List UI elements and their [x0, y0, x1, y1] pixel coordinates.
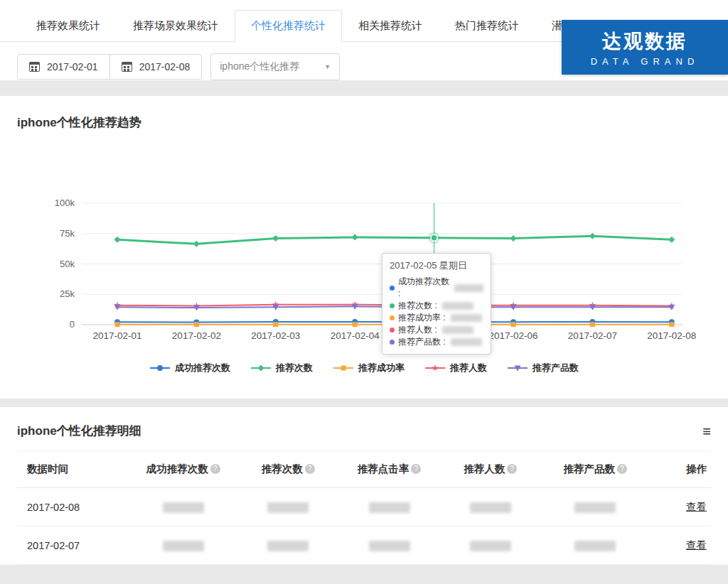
help-icon[interactable]: ? [507, 464, 517, 474]
start-date-value: 2017-02-01 [47, 61, 98, 72]
cell-value [241, 488, 335, 526]
col-product-count: 推荐产品数? [537, 451, 653, 488]
svg-text:25k: 25k [60, 288, 75, 299]
detail-card-header: iphone个性化推荐明细 ≡ [17, 423, 711, 450]
tooltip-row: 推荐人数 : [390, 324, 483, 336]
redacted-value [470, 541, 511, 551]
legend-marker-icon [507, 364, 528, 372]
svg-text:2017-02-04: 2017-02-04 [331, 330, 380, 341]
end-date-value: 2017-02-08 [139, 61, 191, 72]
redacted-value [470, 502, 511, 513]
table-header-row: 数据时间 成功推荐次数? 推荐次数? 推荐点击率? 推荐人数? 推荐产品数? 操… [17, 451, 711, 488]
legend-item[interactable]: 推荐人数 [424, 362, 487, 374]
legend-marker-icon [424, 364, 446, 372]
brand-logo: 达观数据 DATA GRAND [562, 20, 728, 75]
help-icon[interactable]: ? [411, 464, 421, 474]
help-icon[interactable]: ? [210, 464, 220, 474]
svg-text:2017-02-08: 2017-02-08 [647, 330, 696, 341]
brand-name-cn: 达观数据 [602, 28, 687, 54]
calendar-icon [29, 62, 40, 72]
redacted-value [451, 338, 482, 346]
col-click-rate: 推荐点击率? [335, 451, 443, 488]
col-success-count: 成功推荐次数? [125, 451, 241, 488]
tab-personalized-stats[interactable]: 个性化推荐统计 [235, 10, 342, 42]
legend-label: 推荐成功率 [358, 362, 405, 374]
tooltip-title: 2017-02-05 星期日 [390, 259, 483, 272]
cell-value [444, 488, 537, 526]
calendar-icon [122, 62, 132, 72]
tab-recommend-effect[interactable]: 推荐效果统计 [20, 10, 117, 42]
series-dot-icon [390, 315, 395, 320]
chevron-down-icon: ▼ [324, 63, 331, 70]
trend-section-title: iphone个性化推荐趋势 [0, 114, 728, 131]
end-date-input[interactable]: 2017-02-08 [109, 55, 202, 79]
cell-value [335, 488, 443, 526]
legend-marker-icon [333, 364, 354, 372]
cell-value [241, 526, 335, 565]
trend-chart-canvas: 025k50k75k100k2017-02-012017-02-022017-0… [0, 195, 728, 347]
col-user-count: 推荐人数? [444, 451, 537, 488]
redacted-value [442, 326, 473, 334]
redacted-value [369, 502, 410, 513]
svg-text:50k: 50k [60, 259, 75, 269]
cell-value [537, 526, 653, 565]
tab-related-stats[interactable]: 相关推荐统计 [342, 10, 439, 42]
legend-item[interactable]: 推荐成功率 [333, 362, 405, 374]
svg-text:75k: 75k [60, 228, 75, 239]
col-date: 数据时间 [17, 451, 125, 488]
legend-item[interactable]: 推荐次数 [250, 362, 313, 374]
svg-text:100k: 100k [55, 198, 75, 208]
redacted-value [369, 541, 410, 551]
series-dot-icon [390, 328, 395, 332]
series-dot-icon [390, 340, 395, 345]
cell-date: 2017-02-07 [17, 526, 125, 565]
trend-chart: 025k50k75k100k2017-02-012017-02-022017-0… [0, 195, 728, 374]
start-date-input[interactable]: 2017-02-01 [18, 55, 109, 79]
scene-select-value: iphone个性化推荐 [220, 60, 299, 73]
legend-item[interactable]: 成功推荐次数 [149, 362, 230, 374]
detail-section-title: iphone个性化推荐明细 [17, 423, 141, 439]
tab-scene-effect[interactable]: 推荐场景效果统计 [117, 10, 235, 42]
redacted-value [454, 284, 483, 292]
legend-marker-icon [250, 364, 272, 372]
tooltip-row: 推荐次数 : [390, 300, 483, 312]
cell-action: 查看 [653, 526, 711, 565]
tab-hot-stats[interactable]: 热门推荐统计 [439, 10, 535, 42]
detail-table: 数据时间 成功推荐次数? 推荐次数? 推荐点击率? 推荐人数? 推荐产品数? 操… [17, 450, 711, 565]
redacted-value [163, 502, 204, 513]
svg-text:2017-02-01: 2017-02-01 [92, 330, 141, 341]
help-icon[interactable]: ? [305, 464, 315, 474]
detail-card: iphone个性化推荐明细 ≡ 数据时间 成功推荐次数? 推荐次数? 推荐点击率… [0, 407, 728, 565]
cell-value [537, 488, 653, 526]
legend-label: 推荐产品数 [532, 362, 579, 374]
cell-value [335, 526, 443, 565]
redacted-value [267, 502, 309, 513]
scene-select[interactable]: iphone个性化推荐 ▼ [210, 53, 340, 80]
tooltip-row: 成功推荐次数 : [390, 276, 483, 300]
series-dot-icon [390, 286, 395, 291]
legend-item[interactable]: 推荐产品数 [507, 362, 579, 374]
legend-label: 推荐人数 [450, 362, 487, 374]
redacted-value [451, 314, 482, 322]
redacted-value [574, 541, 616, 551]
svg-text:2017-02-07: 2017-02-07 [568, 330, 617, 341]
cell-action: 查看 [653, 488, 711, 526]
redacted-value [442, 302, 473, 310]
cell-value [444, 526, 537, 565]
menu-icon[interactable]: ≡ [702, 424, 711, 438]
view-link[interactable]: 查看 [686, 501, 707, 512]
top-header: 推荐效果统计 推荐场景效果统计 个性化推荐统计 相关推荐统计 热门推荐统计 潜力… [0, 0, 728, 80]
table-row: 2017-02-08 查看 [17, 488, 711, 526]
brand-name-en: DATA GRAND [591, 56, 700, 67]
date-range-picker: 2017-02-01 2017-02-08 [17, 54, 202, 80]
trend-card: iphone个性化推荐趋势 025k50k75k100k2017-02-0120… [0, 96, 728, 399]
legend-label: 成功推荐次数 [175, 362, 230, 374]
view-link[interactable]: 查看 [686, 539, 707, 551]
cell-value [125, 488, 241, 526]
svg-text:2017-02-02: 2017-02-02 [172, 330, 221, 341]
cell-date: 2017-02-08 [17, 488, 125, 526]
tooltip-row: 推荐成功率 : [390, 312, 483, 324]
redacted-value [163, 541, 204, 551]
chart-tooltip: 2017-02-05 星期日 成功推荐次数 : 推荐次数 : 推荐成功率 : 推… [382, 253, 491, 355]
help-icon[interactable]: ? [617, 464, 627, 474]
